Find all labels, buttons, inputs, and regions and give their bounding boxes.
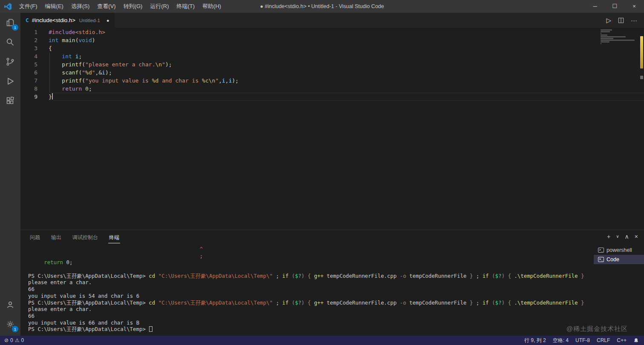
close-button[interactable]: × xyxy=(624,0,644,13)
terminal-output[interactable]: ^ ; return 0;PS C:\Users\王孖豪\AppData\Loc… xyxy=(20,244,594,336)
line-number: 2 xyxy=(20,36,37,44)
search-icon[interactable] xyxy=(0,32,20,52)
panel-actions: + ∨ ∧ × xyxy=(607,233,638,240)
maximize-button[interactable]: ☐ xyxy=(605,0,624,13)
error-count: 0 xyxy=(10,337,13,343)
explorer-icon[interactable]: 1 xyxy=(0,13,20,32)
code-line[interactable]: #include<stdio.h> xyxy=(49,28,644,36)
code-line[interactable]: int i; xyxy=(49,52,644,60)
editor-tab-bar: C #include<stdio.h> Untitled-1 ● ▷ ··· xyxy=(20,13,644,28)
error-icon: ⊘ xyxy=(4,337,9,343)
dirty-indicator-icon[interactable]: ● xyxy=(106,18,109,23)
warning-icon: ⚠ xyxy=(15,337,20,343)
status-item[interactable]: C++ xyxy=(617,337,627,343)
minimap[interactable] xyxy=(601,29,637,45)
menu-item[interactable]: 查看(V) xyxy=(93,0,119,13)
menu-item[interactable]: 帮助(H) xyxy=(198,0,225,13)
terminal-line: PS C:\Users\王孖豪\AppData\Local\Temp> cd "… xyxy=(28,273,594,279)
editor-tab[interactable]: C #include<stdio.h> Untitled-1 ● xyxy=(20,13,115,28)
explorer-badge: 1 xyxy=(12,24,18,31)
terminal-list: >_powershell>_Code xyxy=(594,244,644,336)
code-line[interactable]: int main(void) xyxy=(49,36,644,44)
code-line[interactable]: { xyxy=(49,44,644,52)
overview-cursor-marker xyxy=(640,76,643,79)
terminal-dropdown-icon[interactable]: ∨ xyxy=(616,233,619,240)
panel-tabs: 问题输出调试控制台终端 xyxy=(29,233,129,241)
menu-item[interactable]: 编辑(E) xyxy=(41,0,67,13)
line-number: 9 xyxy=(20,93,37,101)
line-number: 7 xyxy=(20,77,37,85)
terminal-line: PS C:\Users\王孖豪\AppData\Local\Temp> xyxy=(28,326,594,333)
bottom-panel: 问题输出调试控制台终端 + ∨ ∧ × ^ xyxy=(20,230,644,336)
run-code-button[interactable]: ▷ xyxy=(606,17,611,24)
code-editor[interactable]: 123456789 #include<stdio.h>int main(void… xyxy=(20,28,644,230)
line-number: 4 xyxy=(20,52,37,60)
editor-group: C #include<stdio.h> Untitled-1 ● ▷ ··· 1… xyxy=(20,13,644,336)
menu-item[interactable]: 文件(F) xyxy=(15,0,41,13)
code-line[interactable]: return 0; xyxy=(49,85,644,93)
terminal-list-item[interactable]: >_powershell xyxy=(594,245,644,255)
terminal-line: 66 xyxy=(28,286,594,293)
minimize-button[interactable]: ─ xyxy=(585,0,605,13)
minimap-line xyxy=(601,34,607,36)
status-item[interactable]: CRLF xyxy=(597,337,610,343)
terminal-line: return 0; xyxy=(28,259,594,266)
terminal-line: you input value is 54 and char is 6 xyxy=(28,293,594,299)
terminal-tab-label: Code xyxy=(607,257,619,262)
vscode-logo-icon xyxy=(4,3,12,10)
c-file-icon: C xyxy=(26,17,29,23)
terminal-line: please enter a char. xyxy=(28,306,594,313)
status-item[interactable]: UTF-8 xyxy=(575,337,590,343)
notifications-bell-icon[interactable] xyxy=(633,338,639,343)
terminal-line: ; xyxy=(28,253,594,259)
panel-tab[interactable]: 问题 xyxy=(29,231,41,243)
terminal-icon: >_ xyxy=(598,257,604,262)
source-control-icon[interactable] xyxy=(0,52,20,71)
status-item[interactable]: 行 9, 列 2 xyxy=(524,337,546,344)
problems-status[interactable]: ⊘ 0 ⚠ 0 xyxy=(4,337,24,343)
terminal-cursor xyxy=(149,326,152,332)
terminal-icon: >_ xyxy=(598,248,604,253)
menu-bar: 文件(F)编辑(E)选择(S)查看(V)转到(G)运行(R)终端(T)帮助(H) xyxy=(15,0,225,13)
tab-description: Untitled-1 xyxy=(79,18,100,23)
code-area[interactable]: #include<stdio.h>int main(void){ int i; … xyxy=(49,28,644,230)
code-line[interactable]: printf("you input value is %d and char i… xyxy=(49,77,644,85)
menu-item[interactable]: 选择(S) xyxy=(67,0,93,13)
status-item[interactable]: 空格: 4 xyxy=(553,337,569,344)
menu-item[interactable]: 运行(R) xyxy=(146,0,172,13)
panel-tab[interactable]: 调试控制台 xyxy=(72,231,99,243)
code-line[interactable]: } xyxy=(49,93,644,101)
terminal-tab-label: powershell xyxy=(607,247,632,253)
panel-body: ^ ; return 0;PS C:\Users\王孖豪\AppData\Loc… xyxy=(20,244,644,336)
line-number: 3 xyxy=(20,44,37,52)
terminal-line: 66 xyxy=(28,313,594,319)
minimap-line xyxy=(601,36,626,37)
code-line[interactable]: printf("please enter a char.\n"); xyxy=(49,60,644,68)
menu-item[interactable]: 终端(T) xyxy=(172,0,198,13)
new-terminal-button[interactable]: + xyxy=(607,233,610,240)
minimap-line xyxy=(601,31,610,32)
terminal-list-item[interactable]: >_Code xyxy=(594,255,644,264)
line-number: 5 xyxy=(20,60,37,68)
text-cursor xyxy=(52,93,53,100)
overview-ruler-marker xyxy=(640,36,643,68)
more-actions-icon[interactable]: ··· xyxy=(631,17,637,24)
title-bar: 文件(F)编辑(E)选择(S)查看(V)转到(G)运行(R)终端(T)帮助(H)… xyxy=(0,0,644,13)
split-editor-icon[interactable] xyxy=(618,17,624,23)
code-line[interactable]: scanf("%d",&i); xyxy=(49,68,644,77)
settings-gear-icon[interactable]: 1 xyxy=(0,314,20,334)
window-controls: ─ ☐ × xyxy=(585,0,644,13)
panel-tab[interactable]: 终端 xyxy=(108,231,120,243)
line-numbers-gutter: 123456789 xyxy=(20,28,49,230)
menu-item[interactable]: 转到(G) xyxy=(120,0,147,13)
line-number: 8 xyxy=(20,85,37,93)
workbench: 1 xyxy=(0,13,644,336)
maximize-panel-icon[interactable]: ∧ xyxy=(625,233,629,240)
extensions-icon[interactable] xyxy=(0,91,20,111)
close-panel-icon[interactable]: × xyxy=(635,233,638,240)
warning-count: 0 xyxy=(21,337,24,343)
terminal-line: you input value is 66 and char is B xyxy=(28,319,594,326)
run-debug-icon[interactable] xyxy=(0,71,20,91)
account-icon[interactable] xyxy=(0,295,20,314)
panel-tab[interactable]: 输出 xyxy=(50,231,62,243)
